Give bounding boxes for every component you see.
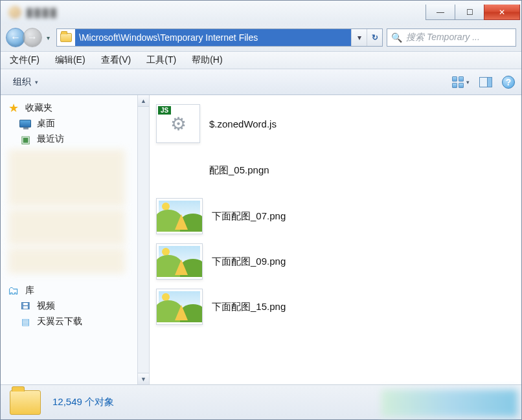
desktop-icon	[19, 118, 32, 129]
file-item[interactable]: JS ⚙ $.zonedWord.js	[156, 100, 515, 147]
sidebar-item-videos[interactable]: 🎞 视频	[6, 298, 146, 314]
menu-tools[interactable]: 工具(T)	[144, 53, 179, 67]
sidebar-scrollbar[interactable]: ▲ ▼	[137, 95, 149, 384]
maximize-button[interactable]: ☐	[455, 5, 484, 20]
recent-icon: ▣	[19, 133, 32, 145]
status-folder-icon	[10, 390, 41, 415]
gear-icon: ⚙	[170, 113, 187, 135]
libraries-label: 库	[25, 285, 34, 296]
favorites-header[interactable]: ★ 收藏夹	[6, 100, 146, 116]
file-list[interactable]: JS ⚙ $.zonedWord.js 配图_05.pngn 下面配图_07.p…	[150, 95, 521, 384]
forward-button[interactable]: →	[23, 28, 42, 47]
status-item-count: 12,549 个对象	[52, 396, 114, 408]
user-avatar-blurred	[8, 6, 21, 19]
file-name: 下面配图_07.png	[212, 210, 286, 223]
libraries-icon: 🗂	[7, 285, 20, 296]
close-button[interactable]: ✕	[484, 5, 520, 20]
file-name: 配图_05.pngn	[209, 164, 269, 177]
preview-pane-icon	[479, 77, 492, 87]
image-file-icon	[156, 198, 203, 234]
image-file-icon	[156, 243, 203, 280]
js-badge-icon: JS	[158, 106, 171, 115]
menu-file[interactable]: 文件(F)	[7, 53, 42, 67]
minimize-button[interactable]: —	[426, 5, 455, 20]
search-box[interactable]: 🔍 搜索 Temporary ...	[387, 28, 516, 47]
js-file-icon: JS ⚙	[156, 104, 200, 143]
scroll-up-button[interactable]: ▲	[138, 95, 149, 107]
scroll-down-button[interactable]: ▼	[138, 373, 149, 384]
menu-view[interactable]: 查看(V)	[98, 53, 134, 67]
desktop-label: 桌面	[37, 118, 55, 129]
sidebar-item-desktop[interactable]: 桌面	[6, 116, 146, 131]
file-item[interactable]: 下面配图_07.png	[156, 193, 515, 239]
favorites-label: 收藏夹	[25, 102, 52, 114]
libraries-group: 🗂 库 🎞 视频 ▤ 天翼云下载	[6, 283, 146, 329]
file-name: 下面配图_09.png	[212, 256, 286, 268]
help-button[interactable]: ?	[502, 76, 515, 89]
organize-button[interactable]: 组织 ▾	[7, 74, 44, 91]
cloud-icon: ▤	[19, 316, 32, 327]
nav-arrow-cluster: ← → ▾	[6, 28, 52, 47]
sidebar-item-recent[interactable]: ▣ 最近访	[6, 131, 146, 147]
organize-caret-icon: ▾	[35, 79, 38, 85]
explorer-window: ████ — ☐ ✕ ← → ▾ \Microsoft\Windows\Temp…	[0, 0, 522, 420]
blank-icon	[156, 151, 200, 190]
navigation-bar: ← → ▾ \Microsoft\Windows\Temporary Inter…	[1, 24, 521, 51]
video-icon: 🎞	[19, 300, 32, 312]
recent-label: 最近访	[37, 133, 64, 145]
refresh-button[interactable]: ↻	[367, 29, 382, 46]
navigation-pane: ★ 收藏夹 桌面 ▣ 最近访	[1, 95, 150, 384]
star-icon: ★	[7, 102, 20, 114]
sidebar-item-cloud[interactable]: ▤ 天翼云下载	[6, 314, 146, 329]
file-name: 下面配图_15.png	[212, 301, 286, 313]
nav-tree: ★ 收藏夹 桌面 ▣ 最近访	[1, 95, 149, 344]
window-buttons: — ☐ ✕	[426, 5, 520, 20]
menu-edit[interactable]: 编辑(E)	[52, 53, 88, 67]
preview-pane-button[interactable]	[479, 75, 493, 89]
address-bar[interactable]: \Microsoft\Windows\Temporary Internet Fi…	[56, 28, 383, 47]
explorer-body: ★ 收藏夹 桌面 ▣ 最近访	[1, 95, 521, 384]
status-bar: 12,549 个对象	[1, 384, 521, 419]
view-mode-button[interactable]: ▾	[451, 75, 470, 89]
favorites-group: ★ 收藏夹 桌面 ▣ 最近访	[6, 100, 146, 274]
view-caret-icon: ▾	[466, 79, 470, 85]
title-bar: ████ — ☐ ✕	[1, 1, 521, 24]
address-dropdown[interactable]: ▾	[351, 29, 367, 46]
censored-block-3	[8, 248, 125, 274]
cloud-label: 天翼云下载	[37, 316, 82, 327]
command-bar: 组织 ▾ ▾ ?	[1, 69, 521, 95]
censored-block-bottom	[381, 390, 517, 417]
title-area-blurred: ████	[8, 6, 58, 19]
search-icon: 🔍	[391, 32, 402, 43]
view-tiles-icon	[451, 75, 465, 89]
file-name: $.zonedWord.js	[209, 118, 277, 129]
menu-help[interactable]: 帮助(H)	[189, 53, 225, 67]
history-dropdown[interactable]: ▾	[43, 31, 52, 44]
file-item[interactable]: 配图_05.pngn	[156, 147, 515, 193]
file-item[interactable]: 下面配图_15.png	[156, 284, 515, 329]
censored-block-2	[8, 209, 125, 245]
search-placeholder: 搜索 Temporary ...	[406, 32, 480, 43]
censored-block-1	[8, 149, 125, 206]
libraries-header[interactable]: 🗂 库	[6, 283, 146, 298]
address-folder-icon	[59, 30, 73, 45]
organize-label: 组织	[13, 76, 31, 88]
address-path[interactable]: \Microsoft\Windows\Temporary Internet Fi…	[75, 29, 351, 46]
image-file-icon	[156, 289, 203, 325]
videos-label: 视频	[37, 300, 55, 312]
file-item[interactable]: 下面配图_09.png	[156, 239, 515, 284]
menu-bar: 文件(F) 编辑(E) 查看(V) 工具(T) 帮助(H)	[1, 51, 521, 69]
